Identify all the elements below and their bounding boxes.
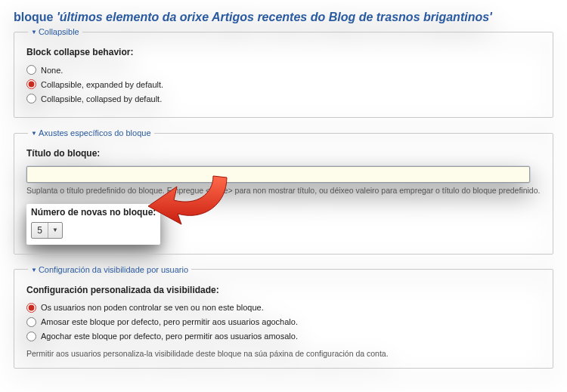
visibility-option-shown[interactable]: Amosar este bloque por defecto, pero per…	[26, 317, 541, 327]
collapse-option-collapsed-label: Collapsible, collapsed by default.	[41, 94, 162, 103]
visibility-option-nocontrol[interactable]: Os usuarios non poden controlar se ven o…	[26, 303, 541, 313]
collapse-radio-none[interactable]	[26, 65, 36, 75]
block-settings-legend[interactable]: ▼Axustes específicos do bloque	[28, 128, 154, 137]
chevron-down-icon: ▼	[31, 29, 37, 35]
collapse-option-expanded-label: Collapsible, expanded by default.	[41, 80, 163, 89]
visibility-legend-text: Configuración da visibilidade por usuari…	[39, 265, 188, 274]
title-quoted: 'últimos elemento da orixe Artigos recen…	[57, 11, 492, 23]
collapse-option-collapsed[interactable]: Collapsible, collapsed by default.	[26, 94, 541, 103]
visibility-fieldset: ▼Configuración da visibilidade por usuar…	[14, 265, 553, 369]
collapse-option-none[interactable]: None.	[26, 65, 541, 75]
title-prefix: bloque	[14, 11, 57, 23]
visibility-help: Permitir aos usuarios personaliza-la vis…	[26, 349, 541, 360]
collapsible-legend[interactable]: ▼Collapsible	[28, 27, 82, 36]
collapse-option-expanded[interactable]: Collapsible, expanded by default.	[26, 79, 541, 89]
visibility-option-hidden[interactable]: Agochar este bloque por defecto, pero pe…	[26, 332, 541, 341]
block-title-input[interactable]	[26, 166, 530, 183]
block-settings-fieldset: ▼Axustes específicos do bloque Título do…	[14, 128, 553, 255]
collapse-radio-expanded[interactable]	[26, 79, 36, 89]
num-news-value: 5	[32, 223, 48, 238]
collapse-option-none-label: None.	[41, 66, 63, 75]
num-news-wrap: Número de novas no bloque: 5 ▼	[26, 204, 160, 245]
num-news-select[interactable]: 5 ▼	[31, 222, 63, 239]
num-news-label: Número de novas no bloque:	[31, 207, 156, 218]
visibility-radio-hidden[interactable]	[26, 332, 36, 341]
collapsible-legend-text: Collapsible	[39, 27, 79, 36]
chevron-down-icon: ▼	[31, 130, 37, 137]
collapsible-fieldset: ▼Collapsible Block collapse behavior: No…	[14, 27, 553, 118]
chevron-down-icon: ▼	[48, 223, 62, 238]
visibility-option-nocontrol-label: Os usuarios non poden controlar se ven o…	[41, 303, 264, 312]
block-title-label: Título do bloque:	[26, 148, 541, 159]
block-title-help: Suplanta o título predefinido do bloque.…	[26, 186, 541, 196]
visibility-legend[interactable]: ▼Configuración da visibilidade por usuar…	[28, 265, 191, 274]
chevron-down-icon: ▼	[31, 267, 37, 273]
visibility-option-shown-label: Amosar este bloque por defecto, pero per…	[41, 317, 298, 326]
visibility-radio-shown[interactable]	[26, 317, 36, 327]
visibility-option-hidden-label: Agochar este bloque por defecto, pero pe…	[41, 332, 298, 341]
block-settings-legend-text: Axustes específicos do bloque	[39, 128, 151, 137]
collapse-behavior-label: Block collapse behavior:	[26, 47, 541, 57]
page-title: bloque 'últimos elemento da orixe Artigo…	[14, 11, 553, 24]
collapse-radio-collapsed[interactable]	[26, 94, 36, 103]
visibility-radio-nocontrol[interactable]	[26, 303, 36, 313]
visibility-label: Configuración personalizada da visibilid…	[26, 285, 541, 295]
